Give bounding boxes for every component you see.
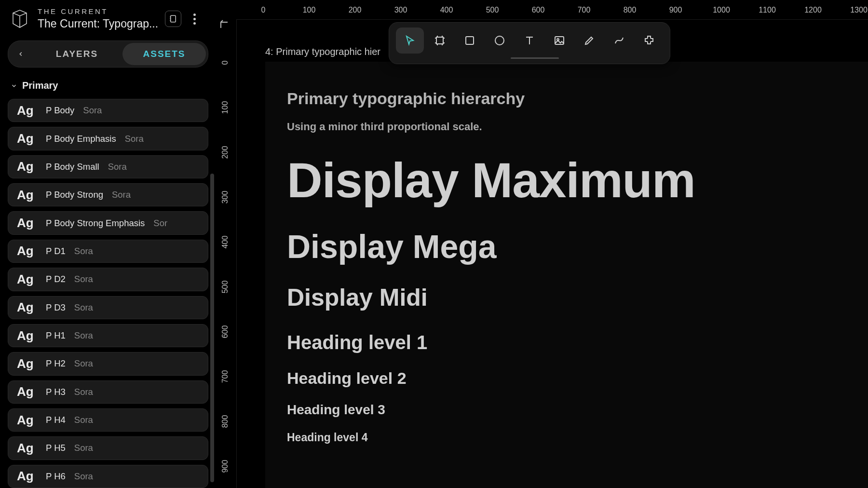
asset-name: P H6 <box>46 471 66 482</box>
asset-glyph: Ag <box>17 131 38 146</box>
asset-glyph: Ag <box>17 356 38 371</box>
ruler-tick: 1300 <box>850 6 868 14</box>
asset-group-header[interactable]: Primary <box>8 76 208 99</box>
asset-font: Sora <box>74 443 93 453</box>
asset-glyph: Ag <box>17 441 38 456</box>
sidebar-scrollbar[interactable] <box>210 174 214 482</box>
asset-item[interactable]: AgP Body StrongSora <box>8 183 208 206</box>
asset-font: Sor <box>153 218 167 229</box>
asset-glyph: Ag <box>17 188 38 203</box>
ruler-origin-icon[interactable] <box>219 19 231 31</box>
tool-ellipse[interactable] <box>486 27 514 54</box>
ruler-vertical[interactable]: 0100200300400500600700800900 <box>216 19 235 488</box>
sidebar-back-button[interactable] <box>10 43 31 65</box>
asset-font: Sora <box>74 415 93 425</box>
app-header: THE CURRENT The Current: Typograp... <box>0 0 210 38</box>
asset-name: P Body <box>46 105 74 116</box>
sample-h1: Heading level 1 <box>287 332 847 353</box>
tab-assets[interactable]: ASSETS <box>122 43 206 65</box>
artboard-subtitle: Using a minor third proportional scale. <box>287 121 847 133</box>
asset-item[interactable]: AgP H3Sora <box>8 380 208 404</box>
artboard[interactable]: Primary typographic hierarchy Using a mi… <box>265 62 868 488</box>
ruler-tick: 200 <box>349 6 362 14</box>
sidebar: LAYERS ASSETS Primary AgP BodySoraAgP Bo… <box>8 41 208 488</box>
ruler-tick: 0 <box>261 6 266 14</box>
ruler-tick: 900 <box>669 6 682 14</box>
asset-name: P Body Small <box>46 162 99 172</box>
asset-glyph: Ag <box>17 384 38 399</box>
notebook-button[interactable] <box>165 11 181 27</box>
asset-item[interactable]: AgP H4Sora <box>8 408 208 432</box>
tool-pointer[interactable] <box>396 27 424 54</box>
tab-layers[interactable]: LAYERS <box>35 43 119 65</box>
more-menu-button[interactable] <box>186 11 203 27</box>
toolbar <box>389 22 670 64</box>
tool-image[interactable] <box>545 27 573 54</box>
asset-name: P D2 <box>46 274 66 285</box>
asset-item[interactable]: AgP Body Strong EmphasisSor <box>8 211 208 234</box>
tool-curve[interactable] <box>605 27 633 54</box>
asset-item[interactable]: AgP H5Sora <box>8 436 208 460</box>
sample-display-mega: Display Mega <box>287 230 847 264</box>
asset-item[interactable]: AgP H1Sora <box>8 324 208 347</box>
asset-name: P H1 <box>46 330 66 341</box>
ruler-tick: 700 <box>221 369 230 384</box>
ruler-tick: 100 <box>303 6 316 14</box>
chevron-down-icon <box>11 82 17 89</box>
asset-glyph: Ag <box>17 103 38 118</box>
tool-plugin[interactable] <box>635 27 663 54</box>
tool-frame[interactable] <box>426 27 454 54</box>
sample-h4: Heading level 4 <box>287 431 847 444</box>
document-name[interactable]: The Current: Typograp... <box>38 17 158 30</box>
ruler-tick: 400 <box>440 6 453 14</box>
ruler-tick: 800 <box>624 6 637 14</box>
asset-font: Sora <box>74 302 93 313</box>
ruler-tick: 0 <box>221 55 230 70</box>
ruler-tick: 800 <box>221 414 230 429</box>
ruler-tick: 1000 <box>713 6 730 14</box>
asset-glyph: Ag <box>17 328 38 343</box>
project-name: THE CURRENT <box>38 7 158 15</box>
asset-name: P D3 <box>46 302 66 313</box>
asset-item[interactable]: AgP BodySora <box>8 99 208 122</box>
sample-h2: Heading level 2 <box>287 369 847 388</box>
sidebar-tabs: LAYERS ASSETS <box>8 41 208 68</box>
ruler-tick: 300 <box>221 190 230 204</box>
asset-item[interactable]: AgP H6Sora <box>8 465 208 488</box>
asset-font: Sora <box>83 105 102 116</box>
asset-glyph: Ag <box>17 413 38 428</box>
ruler-horizontal[interactable]: 0100200300400500600700800900100011001200… <box>236 0 868 19</box>
tool-text[interactable] <box>515 27 543 54</box>
ruler-tick: 500 <box>486 6 499 14</box>
asset-name: P D1 <box>46 246 66 257</box>
asset-font: Sora <box>112 190 131 200</box>
artboard-label[interactable]: 4: Primary typographic hier <box>265 46 380 57</box>
asset-item[interactable]: AgP D1Sora <box>8 240 208 263</box>
ruler-tick: 500 <box>221 280 230 294</box>
asset-glyph: Ag <box>17 272 38 287</box>
asset-font: Sora <box>74 471 93 482</box>
asset-glyph: Ag <box>17 469 38 484</box>
sample-display-midi: Display Midi <box>287 285 847 311</box>
asset-name: P H3 <box>46 387 66 397</box>
asset-font: Sora <box>125 134 144 144</box>
svg-rect-4 <box>436 37 443 44</box>
asset-font: Sora <box>74 246 93 257</box>
asset-glyph: Ag <box>17 159 38 174</box>
asset-item[interactable]: AgP D2Sora <box>8 268 208 291</box>
asset-item[interactable]: AgP H2Sora <box>8 352 208 375</box>
ruler-tick: 300 <box>394 6 407 14</box>
asset-item[interactable]: AgP D3Sora <box>8 296 208 319</box>
tool-pencil[interactable] <box>575 27 603 54</box>
asset-glyph: Ag <box>17 244 38 258</box>
asset-name: P Body Strong <box>46 190 103 200</box>
toolbar-indicator <box>396 57 663 59</box>
app-logo[interactable] <box>9 8 31 30</box>
asset-item[interactable]: AgP Body SmallSora <box>8 155 208 178</box>
asset-font: Sora <box>108 162 127 172</box>
asset-item[interactable]: AgP Body EmphasisSora <box>8 127 208 150</box>
ruler-tick: 700 <box>578 6 591 14</box>
ruler-tick: 100 <box>221 100 230 115</box>
tool-rectangle[interactable] <box>456 27 484 54</box>
asset-list: AgP BodySoraAgP Body EmphasisSoraAgP Bod… <box>8 99 208 488</box>
